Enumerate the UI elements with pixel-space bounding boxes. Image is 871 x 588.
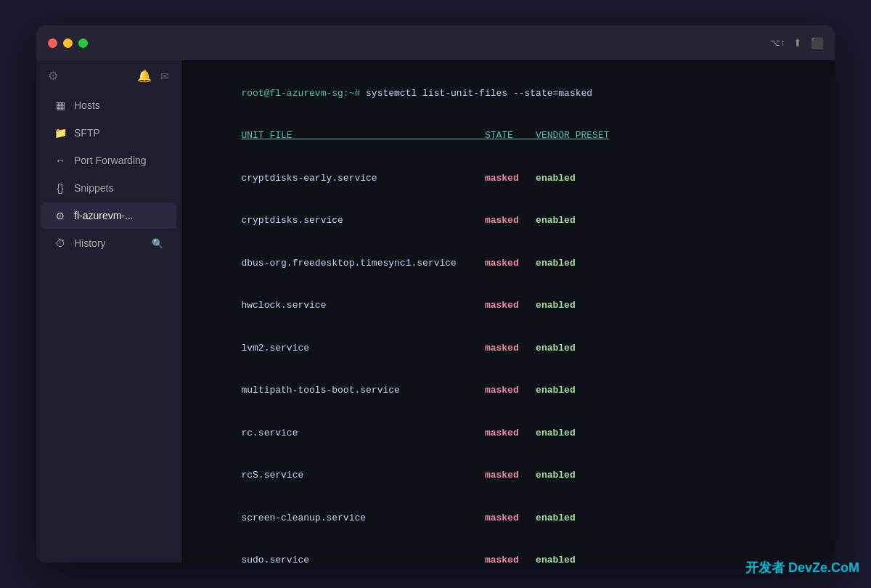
close-button[interactable]	[48, 38, 57, 48]
hosts-label: Hosts	[74, 99, 163, 111]
session-label: fl-azurevm-...	[74, 210, 163, 221]
session-icon: ⊙	[54, 210, 67, 221]
sidebar: ⚙ 🔔 ✉ ▦ Hosts 📁 SFTP ↔ Port Forwarding	[36, 60, 181, 563]
option-button[interactable]: ⌥↑	[770, 38, 785, 48]
minimize-button[interactable]	[63, 38, 73, 48]
snippets-icon: {}	[54, 182, 67, 194]
sftp-label: SFTP	[74, 127, 163, 139]
sidebar-item-active-session[interactable]: ⊙ fl-azurevm-...	[41, 203, 176, 229]
prompt: root@fl-azurevm-sg:~#	[241, 88, 360, 99]
split-button[interactable]: ⬛	[811, 37, 823, 49]
service-row-3: hwclock.service masked enabled	[196, 285, 820, 327]
command-text: systemctl list-unit-files --state=masked	[360, 88, 592, 99]
titlebar-actions: ⌥↑ ⬆ ⬛	[770, 37, 823, 49]
maximize-button[interactable]	[78, 38, 88, 48]
sidebar-top-icons: ⚙ 🔔 ✉	[36, 60, 181, 91]
sidebar-item-history[interactable]: ⏱ History 🔍	[41, 230, 176, 256]
service-row-5: multipath-tools-boot.service masked enab…	[196, 369, 820, 412]
service-row-6: rc.service masked enabled	[196, 412, 820, 454]
service-row-9: sudo.service masked enabled	[196, 539, 820, 563]
bell-icon[interactable]: 🔔	[137, 69, 152, 83]
sftp-icon: 📁	[54, 127, 67, 139]
sidebar-item-hosts[interactable]: ▦ Hosts	[41, 92, 176, 118]
search-icon[interactable]: 🔍	[152, 238, 163, 249]
service-row-4: lvm2.service masked enabled	[196, 327, 820, 369]
port-forwarding-icon: ↔	[54, 155, 67, 166]
inbox-icon[interactable]: ✉	[160, 70, 169, 82]
share-button[interactable]: ⬆	[793, 37, 802, 49]
sidebar-item-snippets[interactable]: {} Snippets	[41, 175, 176, 201]
hosts-icon: ▦	[54, 99, 67, 111]
settings-icon[interactable]: ⚙	[48, 69, 58, 83]
main-content: ⚙ 🔔 ✉ ▦ Hosts 📁 SFTP ↔ Port Forwarding	[36, 60, 835, 563]
titlebar: ⌥↑ ⬆ ⬛	[36, 25, 835, 60]
service-row-7: rcS.service masked enabled	[196, 454, 820, 497]
service-row-2: dbus-org.freedesktop.timesync1.service m…	[196, 242, 820, 285]
col-unit-file: UNIT FILE STATE VENDOR PRESET	[241, 130, 609, 141]
terminal-command-line: root@fl-azurevm-sg:~# systemctl list-uni…	[196, 72, 820, 115]
sidebar-item-sftp[interactable]: 📁 SFTP	[41, 120, 176, 146]
service-row-8: screen-cleanup.service masked enabled	[196, 497, 820, 539]
sidebar-nav: ▦ Hosts 📁 SFTP ↔ Port Forwarding {} Snip…	[36, 91, 181, 563]
sidebar-item-port-forwarding[interactable]: ↔ Port Forwarding	[41, 147, 176, 173]
traffic-lights	[48, 38, 88, 48]
service-row-0: cryptdisks-early.service masked enabled	[196, 157, 820, 200]
snippets-label: Snippets	[74, 182, 163, 194]
history-icon: ⏱	[54, 237, 67, 249]
service-row-1: cryptdisks.service masked enabled	[196, 200, 820, 242]
terminal-header-line: UNIT FILE STATE VENDOR PRESET	[196, 115, 820, 158]
watermark: 开发者 DevZe.CoM	[745, 559, 859, 576]
port-forwarding-label: Port Forwarding	[74, 155, 163, 166]
history-label: History	[74, 237, 144, 249]
app-window: ⌥↑ ⬆ ⬛ ⚙ 🔔 ✉ ▦ Hosts 📁 SFTP	[36, 25, 835, 563]
terminal[interactable]: root@fl-azurevm-sg:~# systemctl list-uni…	[181, 60, 835, 563]
